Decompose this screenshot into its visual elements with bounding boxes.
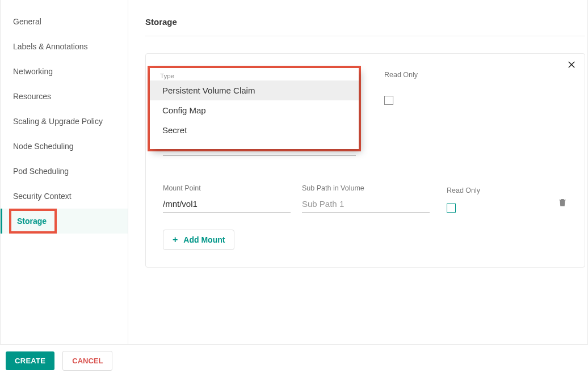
sidebar: General Labels & Annotations Networking … xyxy=(1,0,128,344)
sidebar-item-node-scheduling[interactable]: Node Scheduling xyxy=(1,134,128,159)
create-button[interactable]: CREATE xyxy=(6,351,54,370)
sub-path-input[interactable] xyxy=(302,197,430,213)
plus-icon: + xyxy=(173,235,178,245)
read-only-top-label: Read Only xyxy=(384,71,418,79)
sidebar-item-security-context[interactable]: Security Context xyxy=(1,184,128,209)
mount-point-label: Mount Point xyxy=(163,184,291,192)
type-dropdown: Type Persistent Volume Claim Config Map … xyxy=(150,68,359,149)
read-only-top-checkbox[interactable] xyxy=(384,96,393,105)
cancel-button[interactable]: CANCEL xyxy=(62,351,112,371)
sidebar-item-resources[interactable]: Resources xyxy=(1,84,128,109)
highlight-box: Storage xyxy=(9,209,57,234)
sidebar-item-storage[interactable]: Storage xyxy=(11,211,54,231)
main-content: Storage Read Only Persistent Volume Clai… xyxy=(128,0,587,344)
type-dropdown-wrap: Type Persistent Volume Claim Config Map … xyxy=(148,66,361,151)
type-option-secret[interactable]: Secret xyxy=(150,120,359,140)
sub-path-label: Sub Path in Volume xyxy=(302,184,430,192)
type-dropdown-label: Type xyxy=(150,71,359,80)
type-option-configmap[interactable]: Config Map xyxy=(150,100,359,120)
mount-point-input[interactable] xyxy=(163,197,291,213)
add-mount-button[interactable]: + Add Mount xyxy=(163,230,234,250)
sidebar-item-general[interactable]: General xyxy=(1,9,128,34)
page-title: Storage xyxy=(145,17,585,36)
sidebar-item-labels-annotations[interactable]: Labels & Annotations xyxy=(1,34,128,59)
close-icon[interactable] xyxy=(566,60,577,71)
read-only-row-checkbox[interactable] xyxy=(447,204,456,213)
footer: CREATE CANCEL xyxy=(0,348,588,373)
sidebar-item-scaling-upgrade[interactable]: Scaling & Upgrade Policy xyxy=(1,109,128,134)
sidebar-item-pod-scheduling[interactable]: Pod Scheduling xyxy=(1,159,128,184)
add-mount-label: Add Mount xyxy=(183,235,225,244)
type-option-pvc[interactable]: Persistent Volume Claim xyxy=(150,80,359,100)
sidebar-item-networking[interactable]: Networking xyxy=(1,59,128,84)
highlight-box: Type Persistent Volume Claim Config Map … xyxy=(148,66,361,151)
trash-icon[interactable] xyxy=(557,197,568,210)
read-only-row-label: Read Only xyxy=(447,186,480,194)
